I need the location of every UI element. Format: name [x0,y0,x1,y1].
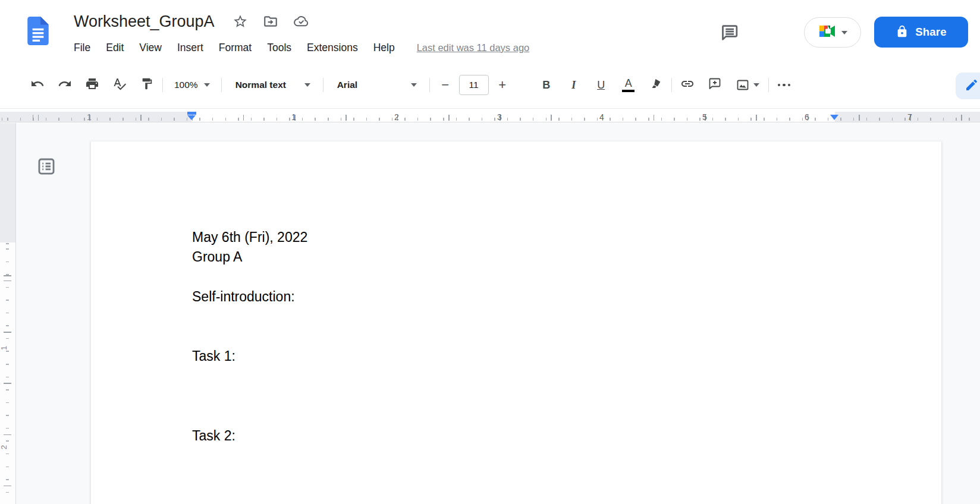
add-comment-button[interactable] [705,75,725,95]
zoom-select[interactable]: 100% [168,76,216,94]
plus-icon: + [498,78,506,92]
separator [221,78,222,92]
separator [768,78,769,92]
title-row: Worksheet_GroupA [74,10,309,33]
bold-button[interactable]: B [536,75,557,95]
dropdown-caret-icon [753,83,759,87]
insert-link-button[interactable] [677,75,698,95]
document-title[interactable]: Worksheet_GroupA [74,12,215,31]
undo-button[interactable] [27,75,48,95]
lock-icon [896,25,909,40]
menu-help[interactable]: Help [366,40,403,55]
paint-format-icon [140,77,153,93]
menu-insert[interactable]: Insert [169,40,211,55]
paint-format-button[interactable] [137,75,157,95]
star-icon[interactable] [233,14,249,30]
google-docs-window: Worksheet_GroupA [0,0,980,504]
ruler-number: 1 [87,112,92,122]
spell-check-icon [112,77,127,93]
open-comments-button[interactable] [717,21,741,45]
add-comment-icon [708,77,722,93]
redo-icon [58,77,72,93]
insert-image-button[interactable] [732,75,763,95]
zoom-value: 100% [174,80,198,90]
doc-line[interactable] [192,307,880,327]
show-outline-button[interactable] [35,156,58,179]
docs-logo-icon[interactable] [27,17,49,45]
print-icon [85,77,99,93]
ruler-number: 1 [0,346,8,351]
move-folder-icon[interactable] [263,14,279,30]
ruler-number: 4 [599,112,604,122]
spell-check-button[interactable] [109,75,130,95]
ruler-number: 1 [291,112,296,122]
doc-line[interactable] [192,407,880,426]
join-meet-button[interactable] [804,17,861,48]
decrease-font-size-button[interactable]: − [435,75,456,95]
ruler-number: 2 [394,112,399,122]
doc-line[interactable]: Task 2: [192,426,880,446]
editing-mode-button[interactable] [956,73,980,99]
menu-file[interactable]: File [73,40,98,55]
comments-icon [720,23,739,45]
text-color-button[interactable]: A [618,75,639,95]
menu-tools[interactable]: Tools [259,40,299,55]
highlight-color-button[interactable] [646,75,666,95]
indent-marker-icon [187,115,196,120]
italic-button[interactable]: I [564,75,584,95]
more-options-button[interactable] [774,75,794,95]
doc-line[interactable] [192,267,880,287]
font-size-input[interactable]: 11 [459,75,489,95]
right-indent-marker[interactable] [830,115,838,120]
document-workspace: 1 2 May 6th (Fri), 2022 Group A Self-int… [0,123,980,504]
doc-line[interactable] [192,327,880,346]
highlight-icon [649,77,662,93]
doc-line[interactable]: May 6th (Fri), 2022 [192,228,880,247]
ruler-number: 7 [907,112,912,122]
first-line-indent-marker[interactable] [187,112,196,115]
cloud-saved-icon[interactable] [293,14,309,30]
doc-line[interactable] [192,367,880,386]
doc-line[interactable]: Group A [192,247,880,267]
document-page[interactable]: May 6th (Fri), 2022 Group A Self-introdu… [91,141,941,504]
print-button[interactable] [82,75,102,95]
dropdown-caret-icon [304,83,310,87]
increase-font-size-button[interactable]: + [492,75,513,95]
dropdown-caret-icon [411,83,417,87]
doc-line[interactable]: Task 1: [192,346,880,366]
menu-view[interactable]: View [131,40,169,55]
left-indent-marker[interactable] [187,112,196,120]
link-icon [680,77,695,93]
share-button[interactable]: Share [874,17,968,48]
separator [323,78,323,92]
horizontal-ruler[interactable]: 1 1 2 3 4 5 6 7 [0,109,980,122]
edit-mode-icon [965,78,979,94]
underline-button[interactable]: U [591,75,611,95]
menu-extensions[interactable]: Extensions [299,40,366,55]
share-label: Share [915,26,946,39]
minus-icon: − [441,78,449,92]
style-value: Normal text [235,80,286,90]
dropdown-caret-icon [204,83,210,87]
doc-line[interactable] [192,386,880,406]
menu-format[interactable]: Format [211,40,259,55]
doc-line[interactable]: Self-introduction: [192,287,880,307]
ruler-number: 3 [497,112,502,122]
vertical-ruler[interactable]: 1 2 [0,123,16,504]
more-icon [778,84,791,87]
last-edit-link[interactable]: Last edit was 11 days ago [417,42,530,53]
font-family-select[interactable]: Arial [329,76,424,94]
font-value: Arial [337,80,357,90]
meet-icon [818,24,836,41]
underline-icon: U [597,80,605,90]
paragraph-style-select[interactable]: Normal text [227,76,318,94]
redo-button[interactable] [55,75,75,95]
menu-edit[interactable]: Edit [98,40,131,55]
italic-icon: I [571,80,576,90]
separator [429,78,430,92]
header: Worksheet_GroupA [0,0,980,62]
insert-image-icon [736,78,759,92]
font-size-value: 11 [469,80,479,90]
menu-bar: File Edit View Insert Format Tools Exten… [73,40,529,55]
document-text[interactable]: May 6th (Fri), 2022 Group A Self-introdu… [91,141,941,446]
